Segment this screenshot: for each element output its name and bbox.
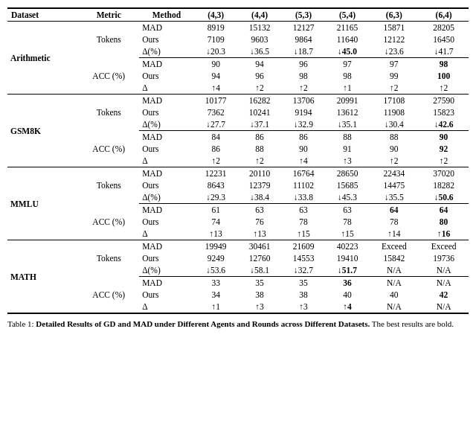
method-label: Ours <box>139 289 194 301</box>
delta-method-label: Δ <box>139 301 194 313</box>
metric-label: Tokens <box>78 95 139 131</box>
delta-cell: ↓20.3 <box>194 45 238 58</box>
table-cell: 12127 <box>282 22 326 34</box>
delta-cell: ↓37.1 <box>238 118 282 131</box>
table-cell: 38 <box>282 289 326 301</box>
table-cell: 88 <box>369 131 419 144</box>
delta-cell: ↓29.3 <box>194 191 238 204</box>
table-cell: 11640 <box>326 33 370 45</box>
delta-method-label: Δ(%) <box>139 264 194 277</box>
delta-method-label: Δ(%) <box>139 118 194 131</box>
table-cell: 15685 <box>326 179 370 191</box>
table-cell: 7362 <box>194 106 238 118</box>
table-cell: 28205 <box>419 22 469 34</box>
table-cell: 35 <box>282 277 326 289</box>
table-cell: 9249 <box>194 252 238 264</box>
delta-cell: ↓36.5 <box>238 45 282 58</box>
table-cell: 36 <box>326 277 370 289</box>
table-cell: 40 <box>369 289 419 301</box>
metric-label: Tokens <box>78 240 139 277</box>
method-label: MAD <box>139 167 194 180</box>
delta-cell: ↑2 <box>238 82 282 95</box>
table-cell: 100 <box>419 70 469 82</box>
table-cell: 40 <box>326 289 370 301</box>
method-label: MAD <box>139 95 194 107</box>
delta-cell: ↑4 <box>326 301 370 313</box>
table-cell: 63 <box>326 204 370 217</box>
table-cell: 61 <box>194 204 238 217</box>
table-cell: 28650 <box>326 167 370 180</box>
delta-cell: ↓32.9 <box>282 118 326 131</box>
table-cell: 12231 <box>194 167 238 180</box>
table-container: Dataset Metric Method (4,3) (4,4) (5,3) … <box>7 7 469 330</box>
delta-cell: ↓45.3 <box>326 191 370 204</box>
metric-label: ACC (%) <box>78 277 139 314</box>
delta-method-label: Δ <box>139 82 194 95</box>
dataset-label: MMLU <box>7 167 78 240</box>
header-method: Method <box>139 8 194 22</box>
table-cell: 16450 <box>419 33 469 45</box>
table-cell: 64 <box>419 204 469 217</box>
table-cell: 15842 <box>369 252 419 264</box>
table-cell: 9603 <box>238 33 282 45</box>
table-cell: 19410 <box>326 252 370 264</box>
method-label: Ours <box>139 179 194 191</box>
delta-cell: ↑2 <box>282 82 326 95</box>
metric-label: ACC (%) <box>78 58 139 95</box>
delta-cell: ↓42.6 <box>419 118 469 131</box>
delta-cell: ↑1 <box>194 301 238 313</box>
table-cell: 78 <box>326 216 370 228</box>
table-cell: 19736 <box>419 252 469 264</box>
table-cell: 7109 <box>194 33 238 45</box>
table-cell: 9864 <box>282 33 326 45</box>
table-cell: 86 <box>238 131 282 144</box>
table-cell: 63 <box>238 204 282 217</box>
table-cell: 16282 <box>238 95 282 107</box>
table-cell: 40223 <box>326 240 370 253</box>
delta-cell: ↑4 <box>194 82 238 95</box>
delta-cell: ↓38.4 <box>238 191 282 204</box>
delta-cell: ↓50.6 <box>419 191 469 204</box>
table-cell: 96 <box>238 70 282 82</box>
delta-cell: ↑2 <box>194 155 238 167</box>
table-cell: 78 <box>282 216 326 228</box>
delta-cell: ↓33.8 <box>282 191 326 204</box>
table-cell: 8919 <box>194 22 238 34</box>
table-cell: N/A <box>369 277 419 289</box>
table-cell: 97 <box>369 58 419 71</box>
table-cell: 99 <box>369 70 419 82</box>
delta-cell: N/A <box>369 264 419 277</box>
method-label: Ours <box>139 216 194 228</box>
metric-label: Tokens <box>78 22 139 58</box>
table-cell: 13706 <box>282 95 326 107</box>
delta-cell: ↓27.7 <box>194 118 238 131</box>
table-cell: 74 <box>194 216 238 228</box>
table-cell: 98 <box>282 70 326 82</box>
table-cell: 97 <box>326 58 370 71</box>
table-cell: 80 <box>419 216 469 228</box>
table-cell: 98 <box>326 70 370 82</box>
table-cell: 35 <box>238 277 282 289</box>
delta-cell: ↑1 <box>326 82 370 95</box>
caption-bold: Detailed Results of GD and MAD under Dif… <box>36 319 370 328</box>
delta-cell: ↓35.5 <box>369 191 419 204</box>
header-col-5: (6,4) <box>419 8 469 22</box>
table-cell: 14553 <box>282 252 326 264</box>
delta-cell: ↑16 <box>419 228 469 240</box>
table-cell: 88 <box>326 131 370 144</box>
delta-cell: ↑3 <box>326 155 370 167</box>
header-dataset: Dataset <box>7 8 78 22</box>
metric-label: ACC (%) <box>78 131 139 167</box>
delta-cell: ↓51.7 <box>326 264 370 277</box>
method-label: MAD <box>139 58 194 71</box>
dataset-label: GSM8K <box>7 95 78 167</box>
delta-method-label: Δ <box>139 155 194 167</box>
delta-cell: ↑2 <box>369 82 419 95</box>
delta-cell: ↑2 <box>238 155 282 167</box>
table-cell: 90 <box>369 143 419 155</box>
header-col-1: (4,4) <box>238 8 282 22</box>
table-cell: 76 <box>238 216 282 228</box>
table-cell: 14475 <box>369 179 419 191</box>
table-cell: 86 <box>282 131 326 144</box>
table-cell: 15132 <box>238 22 282 34</box>
